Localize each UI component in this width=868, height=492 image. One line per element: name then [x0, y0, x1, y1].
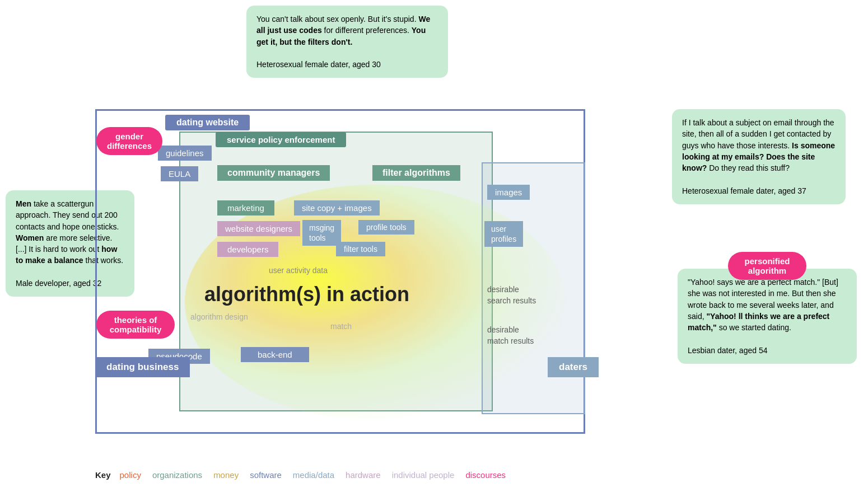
speech-bubble-right: If I talk about a subject on email throu…	[672, 109, 846, 204]
label-desirable-bottom: desirable match results	[487, 325, 534, 346]
key-item-policy: policy	[120, 470, 141, 480]
speech-bubble-top: You can't talk about sex openly. But it'…	[246, 6, 448, 78]
key-item-organizations: organizations	[152, 470, 202, 480]
label-user-profiles: user profiles	[484, 221, 523, 247]
bubble-right-attribution: Heterosexual female dater, aged 37	[682, 186, 806, 195]
bubble-left-women: Women	[16, 233, 44, 242]
label-dating-website: dating website	[165, 115, 250, 130]
key-item-software: software	[250, 470, 282, 480]
label-eula: EULA	[161, 166, 198, 181]
label-website-designers: website designers	[217, 221, 300, 236]
bubble-top-attribution: Heterosexual female dater, aged 30	[256, 60, 381, 69]
speech-bubble-bottom-right: "Yahoo! says we are a perfect match." [B…	[678, 269, 857, 364]
key-item-money: money	[213, 470, 239, 480]
key-item-hardware: hardware	[346, 470, 381, 480]
bubble-left-men: Men	[16, 199, 31, 208]
label-dating-business: dating business	[95, 357, 190, 377]
badge-gender-differences: genderdifferences	[96, 127, 162, 155]
label-community-managers: community managers	[217, 165, 330, 181]
key-label: Key	[95, 470, 111, 480]
bubble-br-text2: so we started dating.	[717, 323, 791, 332]
bubble-br-attribution: Lesbian dater, aged 54	[688, 346, 767, 355]
bubble-right-text2: Do they read this stuff?	[707, 163, 790, 172]
label-algo-design: algorithm design	[190, 312, 248, 321]
badge-personified-algorithm: personifiedalgorithm	[728, 252, 806, 280]
label-site-copy: site copy + images	[294, 200, 380, 215]
label-user-activity: user activity data	[269, 266, 328, 275]
label-guidelines: guidelines	[158, 146, 212, 161]
label-msging-tools: msging tools	[302, 220, 341, 246]
bubble-top-text2: for different preferences.	[322, 26, 412, 35]
label-developers: developers	[217, 242, 278, 257]
label-backend: back-end	[241, 347, 309, 362]
label-service-policy: service policy enforcement	[216, 132, 346, 147]
label-match: match	[330, 322, 352, 331]
key-item-individual-people: individual people	[392, 470, 455, 480]
bubble-left-attribution: Male developer, aged 32	[16, 279, 101, 288]
label-images: images	[487, 185, 530, 200]
badge-theories-compatibility: theories ofcompatibility	[96, 311, 175, 339]
label-filter-algorithms: filter algorithms	[372, 165, 460, 181]
key-item-discourses: discourses	[465, 470, 506, 480]
label-daters: daters	[548, 357, 599, 377]
label-filter-tools: filter tools	[336, 242, 385, 256]
label-algorithm-main: algorithm(s) in action	[204, 283, 409, 306]
label-profile-tools: profile tools	[358, 220, 414, 235]
key-section: Key policy organizations money software …	[95, 470, 511, 480]
label-marketing: marketing	[217, 200, 274, 215]
bubble-top-text1: You can't talk about sex openly. But it'…	[256, 15, 418, 24]
key-item-media-data: media/data	[293, 470, 334, 480]
label-desirable-top: desirable search results	[487, 284, 536, 306]
